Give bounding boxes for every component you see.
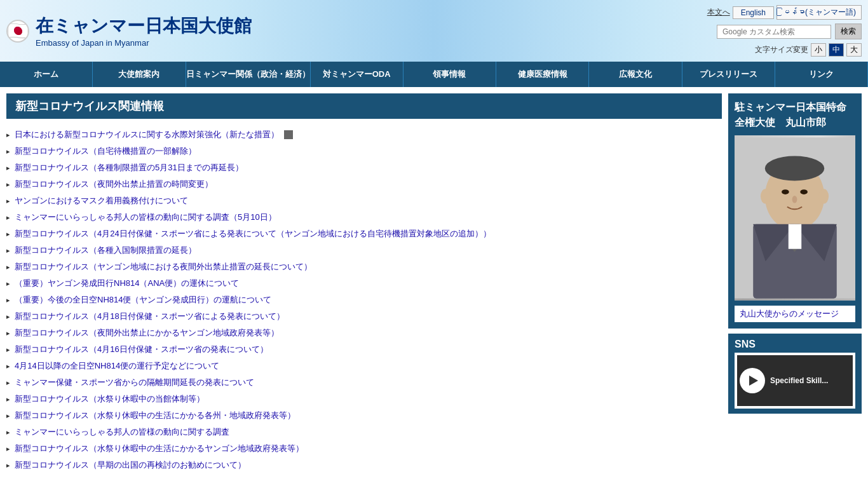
news-item: ▸新型コロナウイルス（夜間外出禁止にかかるヤンゴン地域政府発表等） bbox=[6, 325, 722, 341]
news-link[interactable]: ▸新型コロナウイルス（夜間外出禁止措置の時間変更） bbox=[6, 179, 213, 190]
news-item: ▸新型コロナウイルス（各種入国制限措置の延長） bbox=[6, 242, 722, 259]
ambassador-title: 駐ミャンマー日本国特命全権大使 丸山市郎 bbox=[735, 100, 855, 130]
news-item: ▸（重要）ヤンゴン発成田行NH814（ANA便）の運休について bbox=[6, 275, 722, 292]
nav-item-領事情報[interactable]: 領事情報 bbox=[403, 62, 496, 87]
search-button[interactable]: 検索 bbox=[835, 24, 862, 39]
attachment-icon bbox=[284, 130, 293, 139]
site-title-english: Embassy of Japan in Myanmar bbox=[36, 38, 252, 48]
svg-rect-13 bbox=[789, 224, 801, 249]
news-link[interactable]: ▸新型コロナウイルス（水祭り休暇中の生活にかかる各州・地域政府発表等） bbox=[6, 410, 295, 421]
nav-item-健康医療[interactable]: 健康医療情報 bbox=[496, 62, 589, 87]
news-link[interactable]: ▸新型コロナウイルス（夜間外出禁止にかかるヤンゴン地域政府発表等） bbox=[6, 327, 279, 339]
nav-item-対ミャン[interactable]: 対ミャンマーODA bbox=[311, 62, 403, 87]
main-content-link[interactable]: 本文へ bbox=[707, 7, 730, 18]
news-list: ▸日本における新型コロナウイルスに関する水際対策強化（新たな措置）▸新型コロナウ… bbox=[6, 126, 722, 473]
news-item: ▸新型コロナウイルス（自宅待機措置の一部解除） bbox=[6, 143, 722, 159]
news-link[interactable]: ▸4月14日以降の全日空NH814便の運行予定などについて bbox=[6, 360, 219, 372]
main-navigation: ホーム大使館案内日ミャンマー関係（政治・経済）対ミャンマーODA領事情報健康医療… bbox=[0, 62, 868, 87]
news-link[interactable]: ▸（重要）ヤンゴン発成田行NH814（ANA便）の運休について bbox=[6, 278, 239, 289]
svg-point-7 bbox=[792, 196, 797, 203]
nav-item-大使館案[interactable]: 大使館案内 bbox=[93, 62, 186, 87]
news-link[interactable]: ▸新型コロナウイルス（各種制限措置の5月31日までの再延長） bbox=[6, 162, 243, 173]
svg-point-8 bbox=[761, 189, 771, 203]
news-item: ▸ミャンマーにいらっしゃる邦人の皆様の動向に関する調査 bbox=[6, 424, 722, 440]
ambassador-photo bbox=[735, 135, 855, 301]
fontsize-label: 文字サイズ変更 bbox=[755, 44, 808, 55]
fontsize-large-button[interactable]: 大 bbox=[846, 43, 862, 57]
fontsize-medium-button[interactable]: 中 bbox=[829, 43, 844, 57]
news-link[interactable]: ▸新型コロナウイルス（各種入国制限措置の延長） bbox=[6, 245, 196, 256]
news-item: ▸（重要）今後の全日空NH814便（ヤンゴン発成田行）の運航について bbox=[6, 292, 722, 308]
news-link[interactable]: ▸新型コロナウイルス（4月16日付保健・スポーツ省の発表について） bbox=[6, 344, 268, 355]
video-thumbnail[interactable]: Specified Skill... bbox=[737, 355, 853, 406]
news-link[interactable]: ▸新型コロナウイルス（水祭り休暇中の当館体制等） bbox=[6, 393, 205, 405]
section-title: 新型コロナウイルス関連情報 bbox=[6, 93, 722, 119]
news-item: ▸ミャンマーにいらっしゃる邦人の皆様の動向に関する調査（5月10日） bbox=[6, 209, 722, 226]
news-link[interactable]: ▸新型コロナウイルス（自宅待機措置の一部解除） bbox=[6, 146, 196, 157]
nav-item-ホーム[interactable]: ホーム bbox=[0, 62, 93, 87]
news-item: ▸新型コロナウイルス（4月24日付保健・スポーツ省による発表について（ヤンゴン地… bbox=[6, 226, 722, 242]
news-item: ▸ミャンマー保健・スポーツ省からの隔離期間延長の発表について bbox=[6, 374, 722, 391]
news-item: ▸日本における新型コロナウイルスに関する水際対策強化（新たな措置） bbox=[6, 126, 722, 143]
nav-item-日ミャン[interactable]: 日ミャンマー関係（政治・経済） bbox=[186, 62, 311, 87]
video-label: Specified Skill... bbox=[770, 376, 828, 385]
nav-item-プレスリ[interactable]: プレスリリース bbox=[682, 62, 775, 87]
news-link[interactable]: ▸ミャンマーにいらっしゃる邦人の皆様の動向に関する調査 bbox=[6, 426, 229, 438]
news-link[interactable]: ▸新型コロナウイルス（ヤンゴン地域における夜間外出禁止措置の延長について） bbox=[6, 261, 312, 273]
svg-point-4 bbox=[765, 156, 825, 181]
news-link[interactable]: ▸（重要）今後の全日空NH814便（ヤンゴン発成田行）の運航について bbox=[6, 294, 271, 306]
video-play-icon bbox=[740, 368, 765, 393]
nav-item-広報文化[interactable]: 広報文化 bbox=[589, 62, 682, 87]
nav-item-リンク[interactable]: リンク bbox=[775, 62, 868, 87]
news-link[interactable]: ▸新型コロナウイルス（4月18日付保健・スポーツ省による発表について） bbox=[6, 311, 285, 322]
news-item: ▸新型コロナウイルス（水祭り休暇中の生活にかかるヤンゴン地域政府発表等） bbox=[6, 440, 722, 457]
news-link[interactable]: ▸ミャンマーにいらっしゃる邦人の皆様の動向に関する調査（5月10日） bbox=[6, 212, 276, 223]
news-item: ▸4月14日以降の全日空NH814便の運行予定などについて bbox=[6, 358, 722, 374]
svg-point-9 bbox=[819, 189, 829, 203]
fontsize-small-button[interactable]: 小 bbox=[811, 43, 826, 57]
ambassador-message-link[interactable]: 丸山大使からのメッセージ bbox=[735, 306, 855, 322]
news-item: ▸新型コロナウイルス（ヤンゴン地域における夜間外出禁止措置の延長について） bbox=[6, 259, 722, 275]
news-item: ▸新型コロナウイルス（夜間外出禁止措置の時間変更） bbox=[6, 176, 722, 193]
news-item: ▸新型コロナウイルス（水祭り休暇中の生活にかかる各州・地域政府発表等） bbox=[6, 407, 722, 424]
news-link[interactable]: ▸ミャンマー保健・スポーツ省からの隔離期間延長の発表について bbox=[6, 377, 254, 388]
news-item: ▸新型コロナウイルス（各種制限措置の5月31日までの再延長） bbox=[6, 159, 722, 176]
news-item: ▸新型コロナウイルス（4月16日付保健・スポーツ省の発表について） bbox=[6, 341, 722, 358]
sns-title: SNS bbox=[735, 339, 855, 350]
site-title-japanese: 在ミャンマー日本国大使館 bbox=[36, 14, 252, 38]
news-link[interactable]: ▸日本における新型コロナウイルスに関する水際対策強化（新たな措置） bbox=[6, 129, 293, 140]
news-link[interactable]: ▸新型コロナウイルス（4月24日付保健・スポーツ省による発表について（ヤンゴン地… bbox=[6, 228, 491, 240]
flag-icon: 🇯🇵 bbox=[6, 20, 29, 43]
svg-point-5 bbox=[782, 189, 789, 194]
news-item: ▸新型コロナウイルス（4月18日付保健・スポーツ省による発表について） bbox=[6, 308, 722, 325]
myanmar-language-button[interactable]: မြန်မာ(ミャンマー語) bbox=[776, 5, 862, 20]
english-language-button[interactable]: English bbox=[733, 6, 774, 19]
news-item: ▸ヤンゴンにおけるマスク着用義務付けについて bbox=[6, 193, 722, 209]
svg-point-6 bbox=[800, 189, 808, 194]
news-link[interactable]: ▸ヤンゴンにおけるマスク着用義務付けについて bbox=[6, 195, 188, 207]
news-item: ▸新型コロナウイルス（早期の出国の再検討のお勧めについて） bbox=[6, 457, 722, 473]
news-item: ▸新型コロナウイルス（水祭り休暇中の当館体制等） bbox=[6, 391, 722, 407]
news-link[interactable]: ▸新型コロナウイルス（早期の出国の再検討のお勧めについて） bbox=[6, 459, 246, 471]
news-link[interactable]: ▸新型コロナウイルス（水祭り休暇中の生活にかかるヤンゴン地域政府発表等） bbox=[6, 443, 304, 454]
search-input[interactable] bbox=[717, 25, 831, 39]
